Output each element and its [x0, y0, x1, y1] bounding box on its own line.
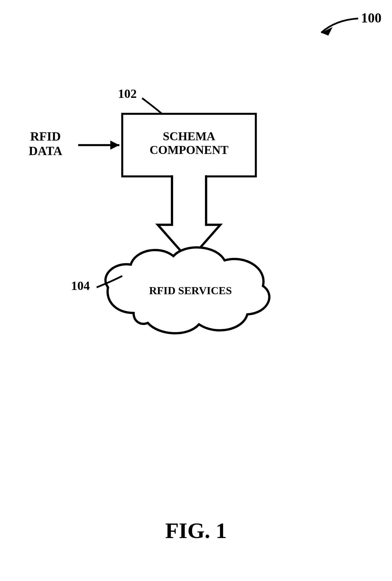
input-label-line1: RFID	[30, 129, 61, 143]
figure-caption: FIG. 1	[0, 518, 392, 543]
cloud-label: RFID SERVICES	[129, 285, 252, 297]
ref-104: 104	[71, 279, 90, 293]
box-line1: SCHEMA	[163, 130, 215, 143]
schema-component-box-label: SCHEMA COMPONENT	[122, 129, 256, 157]
box-line2: COMPONENT	[150, 143, 229, 156]
svg-marker-2	[110, 141, 119, 150]
diagram-page: 100 102 RFID DATA SCHEMA COMPONENT 104 R…	[0, 0, 392, 581]
ref-100: 100	[361, 10, 381, 26]
input-label-line2: DATA	[29, 144, 62, 158]
input-label: RFID DATA	[16, 129, 75, 158]
ref-102: 102	[118, 87, 137, 101]
